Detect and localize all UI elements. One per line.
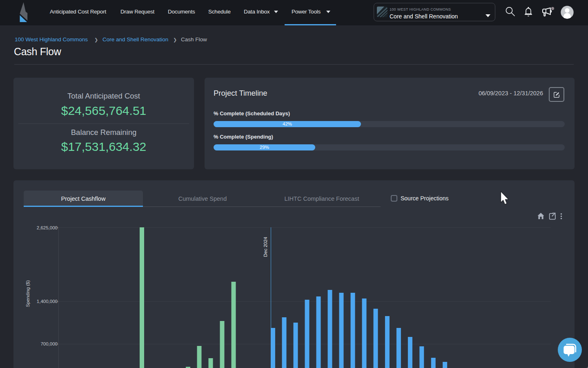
svg-text:Spending ($): Spending ($) — [25, 280, 30, 307]
svg-text:700,000: 700,000 — [40, 341, 58, 346]
svg-text:Dec 2024: Dec 2024 — [263, 237, 268, 257]
svg-text:2,625,000: 2,625,000 — [37, 225, 58, 230]
svg-text:1,400,000: 1,400,000 — [37, 299, 58, 304]
